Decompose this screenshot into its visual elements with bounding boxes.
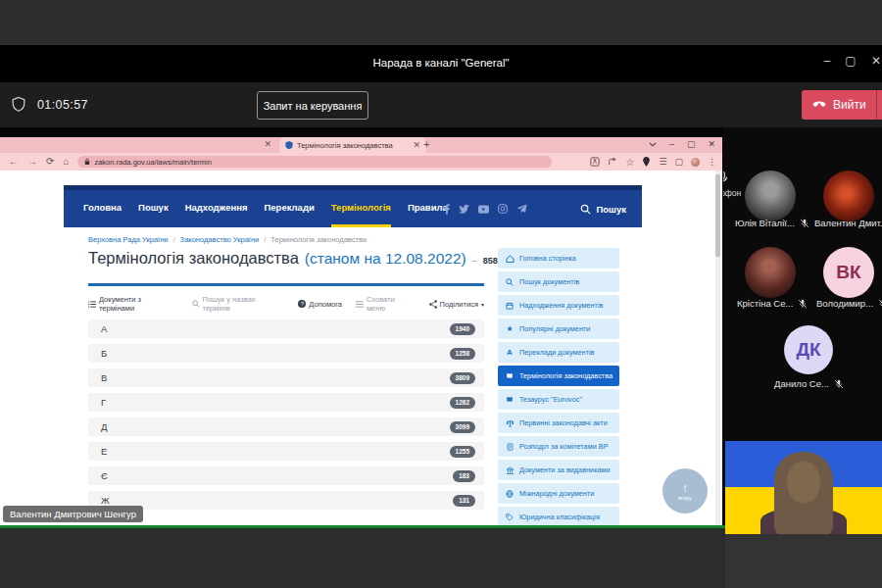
browser-profile-avatar[interactable] bbox=[691, 158, 700, 167]
page-tools: Документи з термінами Пошук у назвах тер… bbox=[88, 295, 484, 313]
count-badge: 1262 bbox=[450, 397, 475, 409]
nav-item-terminolohiia[interactable]: Термінологія bbox=[331, 190, 391, 227]
participant-video-tile[interactable] bbox=[725, 441, 882, 534]
sidebar-item-committees[interactable]: Розподіл за комітетами ВР bbox=[498, 436, 619, 457]
pinned-extension-icon[interactable] bbox=[642, 157, 651, 167]
participant-name: Валентин Дмит... bbox=[814, 218, 882, 228]
caret-down-icon: ▾ bbox=[481, 301, 484, 308]
arrow-up-icon: ↑ bbox=[682, 482, 689, 494]
reload-icon[interactable]: ⟳ bbox=[46, 157, 54, 167]
letter-row[interactable]: А1940 bbox=[88, 319, 484, 338]
sidebar-item-thesaurus[interactable]: Тезаурус "Eurovoc" bbox=[498, 389, 619, 410]
close-icon[interactable]: ✕ bbox=[866, 54, 882, 68]
send-page-icon[interactable] bbox=[608, 157, 617, 167]
social-links bbox=[444, 190, 527, 227]
participant-avatar-danylo[interactable]: ДК bbox=[784, 325, 833, 374]
breadcrumb-link[interactable]: Верховна Рада України bbox=[88, 235, 169, 244]
nav-item-pravyla[interactable]: Правила bbox=[408, 190, 448, 227]
page-scrollbar[interactable] bbox=[715, 171, 720, 525]
page-title-date: (станом на 12.08.2022) bbox=[305, 250, 466, 268]
participant-avatar-valentyn[interactable] bbox=[823, 171, 874, 221]
search-icon bbox=[505, 278, 514, 286]
address-bar[interactable]: zakon.rada.gov.ua/laws/main/termin bbox=[77, 156, 552, 168]
sidebar-item-popular-docs[interactable]: ★Популярні документи bbox=[498, 318, 619, 339]
leave-options-chevron-icon[interactable] bbox=[877, 102, 882, 108]
site-search[interactable]: Пошук bbox=[580, 190, 626, 227]
letter-row[interactable]: Ж131 bbox=[88, 491, 484, 510]
facebook-icon[interactable] bbox=[444, 204, 450, 215]
letter-row[interactable]: Г1262 bbox=[88, 393, 484, 412]
nav-item-poshuk[interactable]: Пошук bbox=[138, 190, 169, 227]
sidebar-item-legal-classification[interactable]: Юридична класифікація bbox=[498, 507, 619, 525]
breadcrumb-link[interactable]: Законодавство України bbox=[180, 235, 260, 244]
sidebar-item-international[interactable]: Міжнародні документи bbox=[498, 483, 619, 504]
sidebar-item-search-docs[interactable]: Пошук документів bbox=[498, 271, 619, 292]
heading-rule bbox=[88, 283, 484, 286]
home-icon[interactable]: ⌂ bbox=[63, 157, 69, 167]
youtube-icon[interactable] bbox=[478, 205, 489, 214]
letter-row[interactable]: Б1258 bbox=[88, 344, 484, 363]
search-terms-link[interactable]: Пошук у назвах термінів bbox=[192, 295, 285, 313]
sidebar-item-home[interactable]: Головна сторінка bbox=[498, 248, 619, 269]
search-icon bbox=[580, 204, 591, 215]
tab-close-icon[interactable]: ✕ bbox=[264, 140, 271, 149]
browser-menu-icon[interactable]: ⋮ bbox=[708, 157, 716, 167]
nav-item-holovna[interactable]: Головна bbox=[83, 190, 122, 227]
browser-maximize-icon[interactable]: ▢ bbox=[687, 139, 696, 149]
leave-button[interactable]: Вийти bbox=[802, 90, 882, 120]
letter-row[interactable]: Є183 bbox=[88, 466, 484, 485]
browser-minimize-icon[interactable]: – bbox=[669, 139, 674, 149]
search-icon bbox=[192, 300, 200, 308]
instagram-icon[interactable] bbox=[498, 204, 508, 214]
url-text: zakon.rada.gov.ua/laws/main/termin bbox=[94, 158, 212, 167]
letter-row[interactable]: Е1255 bbox=[88, 442, 484, 461]
book-icon bbox=[505, 396, 514, 404]
participant-avatar-yuliia[interactable] bbox=[745, 171, 796, 221]
meeting-title: Нарада в каналі "General" bbox=[0, 57, 882, 69]
sidebar-item-incoming-docs[interactable]: Надходження документів bbox=[498, 295, 619, 316]
nav-item-pereklady[interactable]: Переклади bbox=[265, 190, 315, 227]
forward-icon[interactable]: → bbox=[27, 157, 37, 167]
profile-frame-icon[interactable]: ▢ bbox=[674, 157, 683, 167]
help-link[interactable]: ? Допомога bbox=[298, 300, 342, 309]
translate-icon[interactable] bbox=[590, 157, 600, 167]
letter-row[interactable]: Д3099 bbox=[88, 417, 484, 436]
back-icon[interactable]: ← bbox=[9, 157, 19, 167]
count-badge: 1255 bbox=[450, 446, 475, 458]
bookmark-star-icon[interactable]: ☆ bbox=[625, 157, 634, 168]
document-icon bbox=[505, 443, 514, 451]
participant-avatar-volodymyr[interactable]: ВК bbox=[823, 247, 874, 298]
count-badge: 183 bbox=[453, 470, 475, 482]
scrollbar-thumb[interactable] bbox=[715, 174, 720, 257]
twitter-icon[interactable] bbox=[459, 204, 469, 214]
tab-close-icon[interactable]: ✕ bbox=[413, 141, 420, 150]
participant-name: Юлія Віталії... bbox=[735, 218, 809, 228]
nav-item-nadkhodzhennia[interactable]: Надходження bbox=[185, 190, 248, 227]
page-title: Термінологія законодавства bbox=[88, 249, 299, 268]
maximize-icon[interactable]: ▢ bbox=[841, 54, 860, 68]
request-control-button[interactable]: Запит на керування bbox=[257, 91, 368, 120]
page-share-link[interactable]: Поділитися ▾ bbox=[429, 300, 484, 309]
browser-tab-active[interactable]: Термінологія законодавства ✕ bbox=[279, 137, 426, 153]
tab-search-chevron-icon[interactable] bbox=[649, 142, 657, 147]
teams-meeting-window: Нарада в каналі "General" – ▢ ✕ 01:05:57… bbox=[0, 0, 882, 588]
telegram-icon[interactable] bbox=[516, 204, 527, 214]
mic-muted-icon bbox=[878, 299, 882, 309]
documents-with-terms-link[interactable]: Документи з термінами bbox=[88, 295, 178, 313]
scroll-to-top-button[interactable]: ↑ вгору bbox=[662, 468, 708, 514]
hide-menu-link[interactable]: Сховати меню bbox=[356, 295, 416, 313]
minimize-icon[interactable]: – bbox=[817, 54, 837, 68]
sidebar-item-primary-acts[interactable]: Первинні законодавчі акти bbox=[498, 413, 619, 433]
participant-avatar-kristina[interactable] bbox=[745, 247, 796, 298]
new-tab-icon[interactable]: + bbox=[423, 138, 429, 150]
count-badge: 1258 bbox=[450, 348, 475, 360]
sidebar-item-terminology-active[interactable]: Термінологія законодавства bbox=[498, 366, 619, 386]
browser-tab-inactive[interactable]: ✕ bbox=[0, 137, 277, 153]
sidebar-item-publishers[interactable]: Документи за видавниками bbox=[498, 460, 619, 480]
calendar-icon bbox=[505, 302, 514, 310]
sidebar-item-translations[interactable]: АПереклади документів bbox=[498, 342, 619, 363]
browser-close-icon[interactable]: ✕ bbox=[708, 139, 715, 149]
reading-list-icon[interactable]: ☰ bbox=[659, 157, 666, 167]
letter-row[interactable]: В3809 bbox=[88, 368, 484, 387]
site-sidebar: Головна сторінка Пошук документів Надход… bbox=[498, 248, 619, 525]
